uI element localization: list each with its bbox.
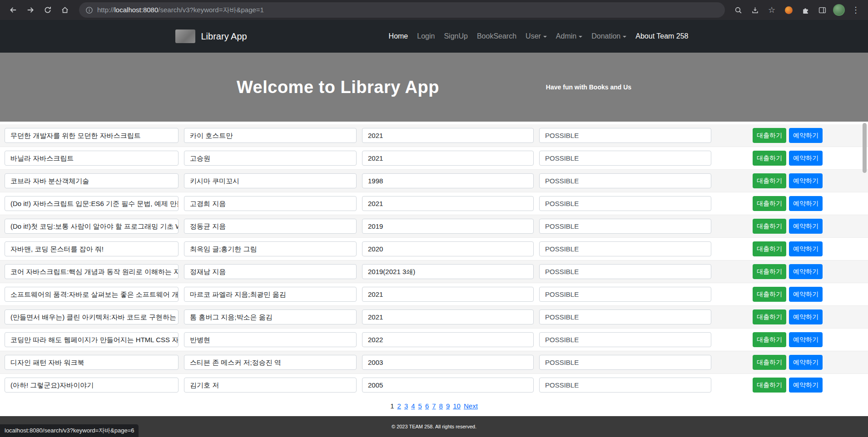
book-author-field[interactable]: 고경희 지음: [184, 196, 357, 211]
book-author-field[interactable]: 스티븐 존 메스커 저;정승진 역: [184, 355, 357, 370]
page-link[interactable]: 3: [404, 402, 408, 410]
reserve-button[interactable]: 예약하기: [789, 196, 823, 211]
page-link[interactable]: Next: [464, 402, 478, 410]
reserve-button[interactable]: 예약하기: [789, 173, 823, 188]
page-link[interactable]: 10: [453, 402, 461, 410]
book-author-field[interactable]: 정재남 지음: [184, 264, 357, 279]
book-status-field[interactable]: POSSIBLE: [539, 219, 711, 234]
book-status-field[interactable]: POSSIBLE: [539, 128, 711, 143]
brand[interactable]: Library App: [175, 29, 247, 43]
reserve-button[interactable]: 예약하기: [789, 128, 823, 143]
book-author-field[interactable]: 김기호 저: [184, 378, 357, 393]
url-bar[interactable]: http://localhost:8080/search/v3?keyword=…: [79, 2, 725, 18]
book-title-field[interactable]: 코브라 자바 분산객체기술: [5, 173, 179, 188]
back-button[interactable]: [5, 2, 21, 18]
nav-item-booksearch[interactable]: BookSearch: [472, 29, 521, 44]
book-year-field[interactable]: 2005: [362, 378, 534, 393]
home-button[interactable]: [57, 2, 73, 18]
book-title-field[interactable]: 코어 자바스크립트:핵심 개념과 동작 원리로 이해하는 자바스크: [5, 264, 179, 279]
reserve-button[interactable]: 예약하기: [789, 241, 823, 256]
book-author-field[interactable]: 톰 홈버그 지음;박소은 옮김: [184, 309, 357, 324]
side-panel-icon[interactable]: [815, 3, 829, 17]
borrow-button[interactable]: 대출하기: [753, 173, 786, 188]
book-year-field[interactable]: 2003: [362, 355, 534, 370]
book-author-field[interactable]: 마르코 파엘라 지음;최광민 옮김: [184, 287, 357, 302]
reserve-button[interactable]: 예약하기: [789, 332, 823, 347]
borrow-button[interactable]: 대출하기: [753, 378, 786, 393]
borrow-button[interactable]: 대출하기: [753, 287, 786, 302]
book-year-field[interactable]: 2020: [362, 241, 534, 256]
reserve-button[interactable]: 예약하기: [789, 151, 823, 166]
book-status-field[interactable]: POSSIBLE: [539, 287, 711, 302]
page-link[interactable]: 6: [425, 402, 429, 410]
book-year-field[interactable]: 2021: [362, 287, 534, 302]
book-title-field[interactable]: (만들면서 배우는) 클린 아키텍처:자바 코드로 구현하는 클린 웹: [5, 309, 179, 324]
book-status-field[interactable]: POSSIBLE: [539, 264, 711, 279]
borrow-button[interactable]: 대출하기: [753, 309, 786, 324]
book-author-field[interactable]: 반병현: [184, 332, 357, 347]
book-title-field[interactable]: 무던한 개발자를 위한 모던한 자바스크립트: [5, 128, 179, 143]
book-author-field[interactable]: 정동균 지음: [184, 219, 357, 234]
borrow-button[interactable]: 대출하기: [753, 219, 786, 234]
browser-menu-icon[interactable]: ⋮: [849, 3, 863, 17]
book-title-field[interactable]: (Do it!) 자바스크립트 입문:ES6 기준 필수 문법, 예제 만들며 …: [5, 196, 179, 211]
borrow-button[interactable]: 대출하기: [753, 264, 786, 279]
page-link[interactable]: 2: [397, 402, 401, 410]
nav-item-admin[interactable]: Admin: [551, 29, 587, 44]
bookmark-star-icon[interactable]: ☆: [765, 3, 779, 17]
reserve-button[interactable]: 예약하기: [789, 264, 823, 279]
extension-colored-icon[interactable]: [782, 3, 795, 17]
nav-item-about-team-258[interactable]: About Team 258: [631, 29, 693, 44]
forward-button[interactable]: [23, 2, 38, 18]
book-author-field[interactable]: 카이 호스트만: [184, 128, 357, 143]
borrow-button[interactable]: 대출하기: [753, 355, 786, 370]
nav-item-login[interactable]: Login: [412, 29, 439, 44]
book-status-field[interactable]: POSSIBLE: [539, 173, 711, 188]
book-author-field[interactable]: 고승원: [184, 151, 357, 166]
book-status-field[interactable]: POSSIBLE: [539, 355, 711, 370]
book-title-field[interactable]: 바닐라 자바스크립트: [5, 151, 179, 166]
nav-item-home[interactable]: Home: [384, 29, 413, 44]
borrow-button[interactable]: 대출하기: [753, 151, 786, 166]
reserve-button[interactable]: 예약하기: [789, 378, 823, 393]
book-status-field[interactable]: POSSIBLE: [539, 151, 711, 166]
borrow-button[interactable]: 대출하기: [753, 241, 786, 256]
reserve-button[interactable]: 예약하기: [789, 219, 823, 234]
book-author-field[interactable]: 최옥임 글;홍기한 그림: [184, 241, 357, 256]
book-status-field[interactable]: POSSIBLE: [539, 378, 711, 393]
borrow-button[interactable]: 대출하기: [753, 196, 786, 211]
borrow-button[interactable]: 대출하기: [753, 332, 786, 347]
profile-avatar[interactable]: [832, 3, 846, 17]
book-status-field[interactable]: POSSIBLE: [539, 309, 711, 324]
nav-item-signup[interactable]: SignUp: [439, 29, 472, 44]
page-link[interactable]: 4: [411, 402, 415, 410]
book-title-field[interactable]: (Do it!)첫 코딩:보통 사람이 알아야 할 프로그래밍 기초 With …: [5, 219, 179, 234]
book-status-field[interactable]: POSSIBLE: [539, 196, 711, 211]
site-info-icon[interactable]: [85, 6, 93, 14]
reserve-button[interactable]: 예약하기: [789, 309, 823, 324]
nav-item-user[interactable]: User: [521, 29, 551, 44]
page-link[interactable]: 8: [439, 402, 443, 410]
book-status-field[interactable]: POSSIBLE: [539, 241, 711, 256]
book-title-field[interactable]: 소프트웨어의 품격:자바로 살펴보는 좋은 소프트웨어 개발: [5, 287, 179, 302]
book-year-field[interactable]: 2021: [362, 309, 534, 324]
book-year-field[interactable]: 2019: [362, 219, 534, 234]
book-title-field[interactable]: 코딩만 따라 해도 웹페이지가 만들어지는 HTML CSS 자바스크: [5, 332, 179, 347]
book-title-field[interactable]: (아하! 그렇군요)자바이야기: [5, 378, 179, 393]
reserve-button[interactable]: 예약하기: [789, 355, 823, 370]
extensions-puzzle-icon[interactable]: [799, 3, 812, 17]
scrollbar-thumb[interactable]: [863, 123, 867, 173]
vertical-scrollbar[interactable]: [862, 20, 868, 437]
book-status-field[interactable]: POSSIBLE: [539, 332, 711, 347]
book-year-field[interactable]: 2022: [362, 332, 534, 347]
search-icon[interactable]: [731, 3, 745, 17]
page-link[interactable]: 5: [418, 402, 422, 410]
book-year-field[interactable]: 1998: [362, 173, 534, 188]
book-year-field[interactable]: 2021: [362, 196, 534, 211]
book-title-field[interactable]: 자바맨, 코딩 몬스터를 잡아 줘!: [5, 241, 179, 256]
reload-button[interactable]: [40, 2, 55, 18]
page-link[interactable]: 9: [446, 402, 450, 410]
reserve-button[interactable]: 예약하기: [789, 287, 823, 302]
page-link[interactable]: 7: [432, 402, 436, 410]
book-year-field[interactable]: 2021: [362, 128, 534, 143]
